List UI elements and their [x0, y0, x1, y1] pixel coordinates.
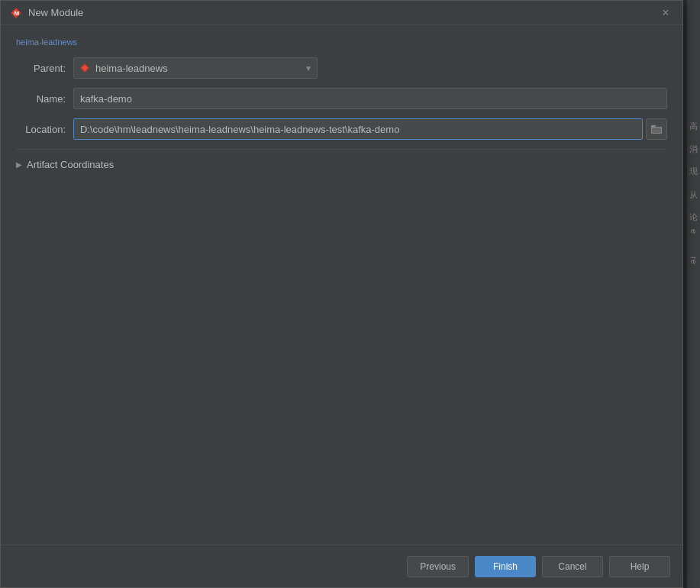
ide-background: 高 消 现 从 论 e re M New Module ×	[0, 0, 700, 588]
artifact-coordinates-label: Artifact Coordinates	[27, 159, 114, 170]
parent-dropdown[interactable]: heima-leadnews ▼	[73, 57, 318, 79]
breadcrumb-hint: heima-leadnews	[16, 37, 667, 47]
help-button[interactable]: Help	[609, 556, 670, 577]
parent-dropdown-text: heima-leadnews	[95, 63, 305, 74]
browse-button[interactable]	[646, 118, 667, 140]
location-label: Location:	[16, 124, 73, 135]
separator	[16, 149, 667, 150]
artifact-section: ▶ Artifact Coordinates	[16, 156, 667, 173]
dialog-title-left: M New Module	[10, 7, 83, 19]
right-panel: 高 消 现 从 论 e re	[687, 0, 700, 588]
maven-icon: M	[10, 7, 22, 19]
name-input[interactable]	[73, 88, 667, 109]
artifact-chevron-icon: ▶	[16, 160, 22, 169]
name-row: Name:	[16, 88, 667, 109]
svg-text:M: M	[15, 10, 20, 17]
parent-control: heima-leadnews ▼	[73, 57, 667, 79]
location-control	[73, 118, 667, 140]
artifact-header[interactable]: ▶ Artifact Coordinates	[16, 156, 667, 173]
name-control	[73, 88, 667, 109]
dialog-content: heima-leadnews Parent: heima-leadnews	[1, 25, 682, 587]
location-wrap	[73, 118, 667, 140]
maven-dropdown-icon	[79, 62, 91, 74]
close-button[interactable]: ×	[658, 5, 673, 21]
dialog-footer: Previous Finish Cancel Help	[1, 544, 682, 587]
name-label: Name:	[16, 93, 73, 105]
cancel-button[interactable]: Cancel	[542, 556, 603, 577]
previous-button[interactable]: Previous	[407, 556, 469, 577]
finish-button[interactable]: Finish	[475, 556, 536, 577]
right-panel-text-7: re	[689, 257, 698, 264]
dialog-title: New Module	[28, 7, 83, 18]
dropdown-arrow-icon: ▼	[305, 64, 312, 73]
parent-label: Parent:	[16, 63, 73, 74]
new-module-dialog: M New Module × heima-leadnews Parent:	[0, 0, 683, 588]
location-row: Location:	[16, 118, 667, 140]
right-panel-text-6: e	[689, 229, 698, 234]
parent-row: Parent: heima-leadnews ▼	[16, 57, 667, 79]
svg-rect-7	[652, 128, 661, 133]
location-input[interactable]	[73, 118, 643, 140]
dialog-titlebar: M New Module ×	[1, 1, 682, 25]
